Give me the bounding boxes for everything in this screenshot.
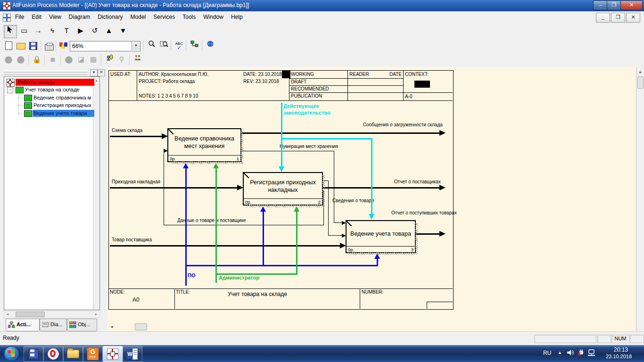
color-button[interactable] xyxy=(58,40,69,51)
label-control-2[interactable]: законодательство xyxy=(283,110,330,115)
save-button[interactable] xyxy=(27,40,39,51)
lock-icon[interactable]: 🔒 xyxy=(31,54,42,66)
model-explorer-button[interactable] xyxy=(189,40,200,51)
grid-icon[interactable]: ▦ xyxy=(88,54,99,66)
start-button[interactable] xyxy=(4,346,19,362)
label-po[interactable]: ПО xyxy=(188,272,195,278)
activity-box-tool-button[interactable]: ▭ xyxy=(18,25,30,37)
mdi-close-button[interactable]: ✕ xyxy=(626,13,640,23)
panel-grip2[interactable] xyxy=(4,73,88,75)
clock-date[interactable]: 23.10.2018 xyxy=(606,354,632,359)
open-button[interactable] xyxy=(15,40,26,51)
clock-time[interactable]: 20:13 xyxy=(614,346,628,353)
menu-view[interactable]: View xyxy=(45,11,65,20)
menu-edit[interactable]: Edit xyxy=(28,11,45,20)
menu-services[interactable]: Services xyxy=(149,11,179,20)
diagram-hscroll-thumb[interactable] xyxy=(135,323,147,330)
admin-line-v2[interactable] xyxy=(296,211,297,274)
label-out1[interactable]: Сообщения о загруженности склада xyxy=(363,122,443,127)
taskbar-word[interactable]: W xyxy=(123,346,142,362)
label-in2[interactable]: Приходная накладная xyxy=(112,179,160,184)
scroll-left-icon[interactable]: ◄ xyxy=(109,325,114,329)
arrow-in2[interactable] xyxy=(110,187,237,189)
zoom-area-button[interactable] xyxy=(158,40,170,51)
label-dannye[interactable]: Данные о товаре и поставщике xyxy=(177,218,246,223)
network-icon[interactable] xyxy=(587,349,595,358)
menu-model[interactable]: Model xyxy=(127,11,150,20)
print-button[interactable] xyxy=(43,40,55,51)
restore-button[interactable]: ❐ xyxy=(607,0,621,10)
label-in3[interactable]: Товар поставщика xyxy=(112,237,152,242)
arrow-in3[interactable] xyxy=(110,245,340,247)
arrow-blob-icon[interactable]: ⬤ xyxy=(3,54,14,66)
tree-item-model-root[interactable]: Работа склада xyxy=(16,79,94,86)
line-svedeniya-h2[interactable] xyxy=(328,235,343,236)
line-dannye-v2[interactable] xyxy=(164,151,164,225)
label-admin[interactable]: Администратор xyxy=(219,275,259,280)
stamp-icon[interactable]: ◙ xyxy=(47,54,58,66)
label-control-1[interactable]: Действующее xyxy=(283,103,319,109)
diagram-canvas[interactable]: USED AT: AUTHOR: Красносельская П.Ю. DAT… xyxy=(107,67,644,331)
blob-icon[interactable]: ⬤ xyxy=(15,54,26,66)
label-out3[interactable]: Отчет о поступивших товарах xyxy=(391,210,457,215)
scroll-up-icon[interactable]: ▲ xyxy=(636,70,644,74)
tree-hscroll-thumb[interactable] xyxy=(16,312,45,317)
line-numeration-v[interactable] xyxy=(334,151,334,222)
tab-objects[interactable]: Obj... xyxy=(67,319,97,331)
line-numeration[interactable] xyxy=(239,151,334,151)
menu-dictionary[interactable]: Dictionary xyxy=(94,11,126,20)
people-button[interactable] xyxy=(132,54,143,66)
label-out2[interactable]: Отчет о поставщиках xyxy=(394,179,441,184)
activity-box-3[interactable]: Ведение учета товара 0р. 3 xyxy=(346,220,416,253)
text-tool-button[interactable]: T xyxy=(60,25,73,37)
squiggle-tool-button[interactable]: ϟ xyxy=(46,25,58,37)
tab-activities[interactable]: Acti... xyxy=(6,319,40,331)
diagram-hscrollbar[interactable]: ◄ xyxy=(107,323,636,330)
scroll-icon[interactable]: ◪ xyxy=(75,54,87,66)
taskbar-bpwin-active[interactable] xyxy=(103,346,123,362)
zoom-in-button[interactable] xyxy=(146,40,157,51)
menu-window[interactable]: Window xyxy=(199,11,227,20)
line-svedeniya-v[interactable] xyxy=(328,181,329,235)
menu-tools[interactable]: Tools xyxy=(179,11,199,20)
web-publish-button[interactable] xyxy=(205,40,216,51)
tree-item-child-1[interactable]: Ведение справочника м xyxy=(33,94,91,101)
diagram-play-button[interactable]: ▶ xyxy=(74,25,87,37)
power-plug-icon[interactable] xyxy=(577,349,585,358)
language-indicator[interactable]: RU xyxy=(543,350,551,356)
pointer-tool-button[interactable] xyxy=(4,25,17,38)
po-line-v2[interactable] xyxy=(263,211,264,266)
tray-expand-icon[interactable]: ▲ xyxy=(558,350,562,355)
taskbar-opera[interactable] xyxy=(43,346,63,362)
go-up-button[interactable]: ▲ xyxy=(103,25,115,37)
mdi-minimize-button[interactable]: _ xyxy=(596,13,610,23)
tree-collapse-icon[interactable]: − xyxy=(7,87,13,93)
menu-diagram[interactable]: Diagram xyxy=(65,11,94,20)
activity-box-1[interactable]: Ведение справочника мест хранения 0р. 1 xyxy=(167,128,241,162)
taskbar-floppy-app[interactable] xyxy=(24,346,43,362)
speaker-icon[interactable] xyxy=(567,349,574,357)
panel-menu-button[interactable]: ▼ xyxy=(90,69,98,76)
admin-line-v1[interactable] xyxy=(215,168,217,283)
arrow-out3[interactable] xyxy=(414,233,439,235)
tree-hscrollbar[interactable]: ◄ ► xyxy=(4,311,100,318)
tree-item-child-2[interactable]: Регистрация приходных xyxy=(33,102,91,109)
minimize-button[interactable]: – xyxy=(593,0,608,10)
go-down-button[interactable]: ▼ xyxy=(117,25,129,37)
diagram-vscrollbar[interactable]: ▲ xyxy=(636,67,644,331)
po-line-v3[interactable] xyxy=(377,258,378,266)
activity-box-2[interactable]: Регистрация приходных накладных 0р. 2 xyxy=(243,172,323,206)
close-button[interactable]: ✕ xyxy=(620,0,643,10)
tab-diagrams[interactable]: Dia... xyxy=(40,319,67,331)
diagram-vscroll-thumb[interactable] xyxy=(637,76,644,89)
control-line-branch-v[interactable] xyxy=(371,138,372,214)
panel-close-icon[interactable]: ✕ xyxy=(98,69,105,76)
spellcheck-button[interactable]: ABC✓ xyxy=(173,40,185,51)
tree-item-parent[interactable]: Учет товара на складе xyxy=(25,86,79,93)
arrow-out2[interactable] xyxy=(321,187,439,189)
key-icon[interactable]: ⚲ xyxy=(116,54,127,66)
mdi-restore-button[interactable]: ❐ xyxy=(611,13,625,23)
chevron-down-icon[interactable]: ▼ xyxy=(132,41,140,50)
label-in1[interactable]: Схема склада xyxy=(112,128,142,133)
actor-button[interactable] xyxy=(104,54,115,66)
